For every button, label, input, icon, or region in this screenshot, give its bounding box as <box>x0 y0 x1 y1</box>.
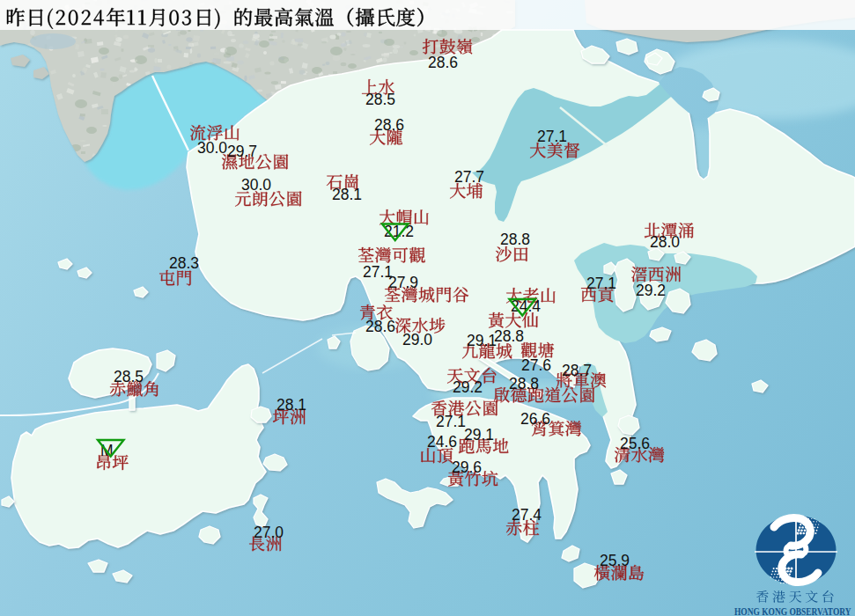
svg-text:29.1: 29.1 <box>467 332 497 349</box>
svg-text:29.2: 29.2 <box>636 282 666 299</box>
svg-text:26.6: 26.6 <box>520 410 550 428</box>
svg-text:30.0: 30.0 <box>197 139 227 157</box>
svg-text:28.3: 28.3 <box>169 254 199 272</box>
svg-text:28.6: 28.6 <box>428 54 458 71</box>
svg-text:24.6: 24.6 <box>427 433 457 451</box>
svg-text:29.7: 29.7 <box>227 143 257 160</box>
svg-text:25.9: 25.9 <box>600 552 630 569</box>
svg-text:28.0: 28.0 <box>650 233 680 251</box>
svg-text:27.9: 27.9 <box>388 274 418 291</box>
svg-text:28.8: 28.8 <box>509 375 539 392</box>
svg-text:30.0: 30.0 <box>241 176 271 194</box>
svg-text:27.1: 27.1 <box>586 275 616 292</box>
svg-text:27.0: 27.0 <box>254 524 284 541</box>
svg-text:27.6: 27.6 <box>521 356 551 374</box>
svg-text:28.1: 28.1 <box>276 396 306 414</box>
svg-text:28.6: 28.6 <box>365 318 395 335</box>
svg-text:28.8: 28.8 <box>500 231 530 248</box>
svg-text:27.1: 27.1 <box>436 413 466 430</box>
svg-text:28.6: 28.6 <box>374 116 404 134</box>
svg-text:25.6: 25.6 <box>620 435 650 452</box>
svg-text:27.1: 27.1 <box>537 128 567 145</box>
svg-text:29.2: 29.2 <box>453 378 483 396</box>
svg-text:27.4: 27.4 <box>512 506 542 524</box>
svg-text:HONG KONG OBSERVATORY: HONG KONG OBSERVATORY <box>734 605 851 616</box>
svg-text:28.8: 28.8 <box>494 327 524 345</box>
svg-text:27.7: 27.7 <box>454 168 484 186</box>
svg-text:29.0: 29.0 <box>402 331 432 348</box>
svg-text:28.5: 28.5 <box>114 368 144 385</box>
svg-text:28.5: 28.5 <box>365 91 395 108</box>
svg-text:28.7: 28.7 <box>562 362 592 379</box>
svg-text:29.6: 29.6 <box>452 458 482 476</box>
svg-text:29.1: 29.1 <box>464 426 494 444</box>
svg-text:28.1: 28.1 <box>332 186 362 203</box>
